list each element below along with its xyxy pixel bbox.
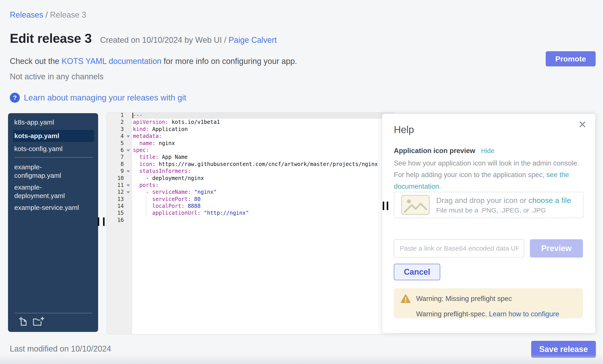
help-panel-title: Help — [394, 124, 414, 135]
breadcrumb: Releases/Release 3 — [10, 10, 86, 20]
dropzone-filetypes-note: File must be a .PNG, .JPEG, or .JPG — [436, 207, 571, 214]
sidebar-item-kots-config-yaml[interactable]: kots-config.yaml — [14, 144, 93, 153]
new-file-icon — [18, 316, 29, 327]
warning-title: Warning: Missing preflight spec — [416, 295, 512, 303]
code-line-8[interactable]: 8 icon: https://raw.githubusercontent.co… — [107, 161, 395, 168]
gutter-line-number: 8 — [107, 161, 132, 168]
breadcrumb-releases-link[interactable]: Releases — [10, 10, 43, 19]
code-line-3[interactable]: 3kind: Application — [107, 126, 395, 133]
docs-suffix: for more info on configuring your app. — [162, 56, 297, 66]
bottom-fade — [0, 354, 603, 364]
help-panel: ✕ Help Application icon preview Hide See… — [382, 114, 595, 333]
sidebar-item-example-deployment-yaml[interactable]: example-deployment.yaml — [14, 183, 93, 200]
sidebar-editor-splitter[interactable] — [103, 217, 104, 226]
docs-line: Check out the KOTS YAML documentation fo… — [10, 56, 297, 66]
close-icon[interactable]: ✕ — [577, 119, 588, 130]
kots-docs-link[interactable]: KOTS YAML documentation — [62, 56, 162, 66]
yaml-editor[interactable]: 1---2apiVersion: kots.io/v1beta13kind: A… — [107, 112, 395, 334]
warning-triangle-icon — [401, 294, 411, 303]
title-row: Edit release 3 Created on 10/10/2024 by … — [10, 31, 277, 46]
last-modified-text: Last modified on 10/10/2024 — [10, 344, 111, 353]
fold-arrow-icon[interactable] — [127, 149, 130, 152]
sidebar-item-k8s-app-yaml[interactable]: k8s-app.yaml — [14, 118, 93, 127]
code-line-12[interactable]: 12 - serviceName: "nginx" — [107, 189, 395, 196]
new-folder-icon — [33, 316, 45, 327]
editor-help-splitter[interactable] — [383, 202, 384, 210]
gutter-line-number: 10 — [107, 175, 132, 182]
promote-button[interactable]: Promote — [546, 51, 596, 66]
icon-preview-description: See how your application icon will look … — [394, 157, 591, 192]
sidebar-divider — [14, 157, 93, 157]
gutter-line-number: 2 — [107, 119, 132, 126]
code-line-1[interactable]: 1--- — [107, 112, 395, 119]
indent-guide — [146, 210, 146, 217]
image-placeholder-icon — [401, 195, 430, 215]
code-line-16[interactable]: 16 — [107, 217, 395, 224]
learn-configure-link[interactable]: Learn how to configure — [489, 310, 559, 318]
sidebar-tools-divider — [14, 313, 92, 313]
sidebar-item-example-service-yaml[interactable]: example-service.yaml — [14, 203, 93, 212]
page-title: Edit release 3 — [10, 31, 92, 46]
code-line-11[interactable]: 11 ports: — [107, 182, 395, 189]
code-line-9[interactable]: 9 statusInformers: — [107, 168, 395, 175]
sidebar-editor-splitter[interactable] — [98, 217, 99, 226]
code-line-10[interactable]: 10 - deployment/nginx — [107, 175, 395, 182]
text-cursor — [132, 112, 133, 118]
breadcrumb-current: Release 3 — [50, 10, 86, 19]
sidebar-item-example-configmap-yaml[interactable]: example-configmap.yaml — [14, 163, 93, 180]
file-list: k8s-app.yamlkots-app.yamlkots-config.yam… — [14, 118, 93, 212]
code-line-15[interactable]: 15 applicationUrl: "http://nginx" — [107, 210, 395, 217]
gutter-line-number: 11 — [107, 182, 132, 189]
icon-preview-section-title: Application icon preview — [394, 147, 475, 155]
dropzone-prefix: Drag and drop your icon or — [436, 196, 529, 205]
gutter-line-number: 13 — [107, 196, 132, 203]
icon-url-input[interactable] — [394, 239, 524, 257]
code-line-7[interactable]: 7 title: App Name — [107, 154, 395, 161]
git-releases-link[interactable]: Learn about managing your releases with … — [24, 93, 186, 102]
cancel-button[interactable]: Cancel — [394, 264, 440, 280]
docs-prefix: Check out the — [10, 56, 62, 66]
author-link[interactable]: Paige Calvert — [229, 35, 277, 44]
new-folder-button[interactable] — [33, 316, 45, 327]
fold-arrow-icon[interactable] — [127, 135, 130, 137]
preview-button[interactable]: Preview — [530, 239, 583, 257]
code-line-4[interactable]: 4metadata: — [107, 133, 395, 140]
gutter-line-number: 7 — [107, 154, 132, 161]
channel-status: Not active in any channels — [10, 72, 104, 81]
code-line-13[interactable]: 13 servicePort: 80 — [107, 196, 395, 203]
edit-release-page: Releases/Release 3 Edit release 3 Create… — [0, 0, 603, 364]
sidebar-item-kots-app-yaml[interactable]: kots-app.yaml — [13, 130, 94, 142]
gutter-line-number: 14 — [107, 203, 132, 210]
gutter-line-number: 9 — [107, 168, 132, 175]
breadcrumb-separator: / — [46, 10, 48, 19]
code-line-5[interactable]: 5 name: nginx — [107, 140, 395, 147]
warning-detail-text: Warning preflight-spec. — [416, 310, 489, 318]
code-rows: 1---2apiVersion: kots.io/v1beta13kind: A… — [107, 112, 395, 224]
hide-link[interactable]: Hide — [481, 147, 494, 154]
icon-dropzone[interactable]: Drag and drop your icon or choose a file… — [394, 192, 583, 218]
question-circle-icon: ? — [10, 93, 20, 103]
code-line-6[interactable]: 6spec: — [107, 147, 395, 154]
file-sidebar: k8s-app.yamlkots-app.yamlkots-config.yam… — [8, 113, 98, 332]
gutter-line-number: 4 — [107, 133, 132, 140]
fold-arrow-icon[interactable] — [127, 191, 130, 193]
gutter-line-number: 1 — [107, 112, 132, 119]
indent-guide — [146, 203, 146, 210]
dropzone-text: Drag and drop your icon or choose a file — [436, 196, 571, 205]
fold-arrow-icon[interactable] — [127, 170, 130, 172]
editor-help-splitter[interactable] — [387, 202, 388, 210]
git-help-row: ? Learn about managing your releases wit… — [10, 93, 186, 103]
choose-file-link[interactable]: choose a file — [529, 196, 571, 205]
gutter-line-number: 6 — [107, 147, 132, 154]
indent-guide — [146, 196, 146, 203]
code-line-14[interactable]: 14 localPort: 8888 — [107, 203, 395, 210]
gutter-line-number: 3 — [107, 126, 132, 133]
gutter-line-number: 15 — [107, 210, 132, 217]
warning-detail: Warning preflight-spec. Learn how to con… — [416, 310, 576, 318]
gutter-line-number: 5 — [107, 140, 132, 147]
sidebar-tools — [14, 313, 92, 327]
gutter-line-number: 16 — [107, 217, 132, 224]
code-line-2[interactable]: 2apiVersion: kots.io/v1beta1 — [107, 119, 395, 126]
fold-arrow-icon[interactable] — [127, 185, 130, 187]
new-file-button[interactable] — [18, 316, 29, 327]
